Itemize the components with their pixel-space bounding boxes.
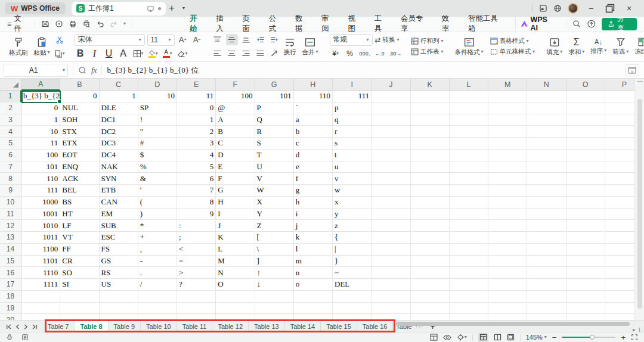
cloud-upload-icon[interactable]	[587, 19, 596, 29]
cell-N11[interactable]	[527, 209, 566, 220]
save-icon[interactable]	[41, 20, 49, 28]
cell-E2[interactable]: 0	[177, 102, 216, 114]
cell-L14[interactable]	[450, 244, 488, 256]
row-header-1[interactable]: 1	[0, 91, 21, 102]
cell-H11[interactable]: i	[294, 209, 333, 220]
cell-F10[interactable]: H	[216, 197, 255, 209]
cell-E1[interactable]: 11	[177, 91, 216, 102]
cell-A15[interactable]: 1101	[21, 256, 60, 268]
fill-color-dropdown[interactable]: ▾	[156, 51, 158, 56]
cell-D7[interactable]: %	[138, 161, 177, 173]
cell-E4[interactable]: 2	[177, 126, 216, 138]
cell-K12[interactable]	[411, 220, 450, 232]
cell-N4[interactable]	[527, 126, 566, 138]
cell-B9[interactable]: BEL	[60, 185, 99, 197]
clear-format-dropdown[interactable]: ▾	[185, 51, 188, 56]
row-header-2[interactable]: 2	[0, 102, 21, 114]
cell-B6[interactable]: EOT	[60, 150, 99, 161]
name-box[interactable]: A1 ▾	[4, 64, 68, 77]
cell-K9[interactable]	[411, 185, 450, 197]
cell-J1[interactable]	[371, 91, 410, 102]
cell-E5[interactable]: 3	[177, 138, 216, 150]
cell-E9[interactable]: 7	[177, 185, 216, 197]
cell-K5[interactable]	[411, 138, 450, 150]
underline-button[interactable]: U	[103, 48, 115, 60]
cell-H4[interactable]: b	[294, 126, 333, 138]
column-header-F[interactable]: F	[216, 79, 255, 91]
column-header-P[interactable]: P	[605, 79, 634, 91]
cell-C16[interactable]: RS	[100, 267, 138, 279]
cell-A8[interactable]: 110	[21, 173, 60, 185]
cell-P12[interactable]	[605, 220, 634, 232]
increase-font-button[interactable]: A+	[177, 34, 189, 45]
cell-G12[interactable]: Z	[255, 220, 294, 232]
cell-N15[interactable]	[527, 256, 566, 268]
cell-I13[interactable]: {	[333, 232, 371, 244]
cell-A10[interactable]: 1000	[21, 197, 60, 209]
cell-L15[interactable]	[450, 256, 488, 268]
cell-O1[interactable]	[566, 91, 605, 102]
cell-K2[interactable]	[411, 102, 450, 114]
sheet-tab-table-10[interactable]: Table 10	[141, 321, 177, 333]
cell-E18[interactable]	[177, 291, 216, 303]
row-header-12[interactable]: 12	[0, 220, 21, 232]
increase-indent-button[interactable]	[269, 34, 281, 45]
cell-I10[interactable]: x	[333, 197, 371, 209]
align-center-button[interactable]	[226, 48, 238, 59]
cell-H9[interactable]: g	[294, 185, 333, 197]
cell-N8[interactable]	[527, 173, 566, 185]
decrease-indent-button[interactable]	[255, 34, 267, 45]
undo-icon[interactable]	[96, 20, 104, 28]
cell-C11[interactable]: EM	[100, 209, 138, 220]
font-size-select[interactable]: 11 ▾	[147, 34, 175, 46]
worksheet-button[interactable]: 工作表 ▾	[411, 48, 444, 56]
cell-P3[interactable]	[605, 114, 634, 126]
zoom-level-button[interactable]: 145% ▾	[526, 333, 547, 342]
zoom-slider-thumb[interactable]	[590, 335, 595, 340]
cell-G11[interactable]: Y	[255, 209, 294, 220]
filter-dropdown[interactable]: ▾	[626, 49, 628, 54]
cell-C5[interactable]: DC3	[100, 138, 138, 150]
cell-I17[interactable]: DEL	[333, 279, 371, 291]
cell-G9[interactable]: W	[255, 185, 294, 197]
cell-M12[interactable]	[488, 220, 527, 232]
italic-button[interactable]: I	[89, 48, 101, 60]
sheet-tab-table-11[interactable]: Table 11	[177, 321, 213, 333]
cell-H18[interactable]	[294, 291, 333, 303]
cell-K14[interactable]	[411, 244, 450, 256]
last-sheet-button[interactable]	[32, 324, 38, 329]
cell-D18[interactable]	[138, 291, 177, 303]
row-header-13[interactable]: 13	[0, 232, 21, 244]
cell-E3[interactable]: 1	[177, 114, 216, 126]
strikethrough-button[interactable]: A	[117, 48, 129, 60]
cell-J5[interactable]	[371, 138, 410, 150]
row-header-10[interactable]: 10	[0, 197, 21, 209]
cell-O19[interactable]	[566, 303, 605, 315]
cell-N6[interactable]	[527, 150, 566, 161]
row-header-7[interactable]: 7	[0, 161, 21, 173]
cell-N18[interactable]	[527, 291, 566, 303]
increase-decimal-button[interactable]: ←.0	[374, 48, 386, 60]
cell-O14[interactable]	[566, 244, 605, 256]
borders-button[interactable]: ▾	[132, 48, 145, 60]
column-header-I[interactable]: I	[333, 79, 371, 91]
cell-N13[interactable]	[527, 232, 566, 244]
cell-K3[interactable]	[411, 114, 450, 126]
font-name-select[interactable]: 宋体 ▾	[75, 34, 145, 46]
cell-A16[interactable]: 1110	[21, 267, 60, 279]
paste-dropdown[interactable]: ▾	[48, 50, 50, 55]
cell-G13[interactable]: [	[255, 232, 294, 244]
cell-J6[interactable]	[371, 150, 410, 161]
cell-N3[interactable]	[527, 114, 566, 126]
convert-dropdown[interactable]: ▾	[397, 38, 400, 42]
expand-formula-bar-button[interactable]: fx	[625, 64, 639, 76]
cell-J9[interactable]	[371, 185, 410, 197]
cell-P17[interactable]	[605, 279, 634, 291]
cell-G15[interactable]: ]	[255, 256, 294, 268]
zoom-out-button[interactable]: −	[552, 333, 557, 342]
column-header-N[interactable]: N	[527, 79, 566, 91]
cell-E17[interactable]: ?	[177, 279, 216, 291]
row-header-3[interactable]: 3	[0, 114, 21, 126]
cell-L13[interactable]	[450, 232, 488, 244]
cell-I6[interactable]: t	[333, 150, 371, 161]
